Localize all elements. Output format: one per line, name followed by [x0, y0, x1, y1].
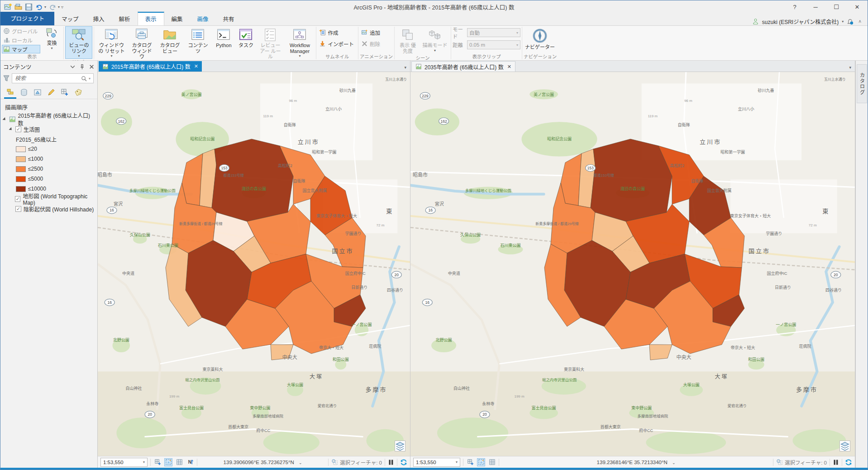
refresh-icon[interactable] [400, 459, 407, 466]
workflow-manager-button[interactable]: Workflow Manager▾ [285, 26, 315, 59]
legend-swatch[interactable] [16, 186, 26, 192]
ribbon-tab-3[interactable]: 解析 [112, 13, 138, 25]
extent-indicator-icon[interactable] [477, 458, 485, 466]
overview-button[interactable] [395, 441, 405, 451]
redo-icon[interactable] [49, 3, 57, 11]
north-arrow-icon[interactable]: N [186, 458, 194, 466]
remove-animation-button[interactable]: 削除 [360, 39, 383, 48]
scale-select[interactable]: 1:53,550▾ [100, 458, 148, 467]
map-node[interactable]: 2015年高齢者 (65歳以上人口) 数 [2, 114, 95, 124]
group-layer-checkbox[interactable]: ✓ [15, 126, 21, 132]
tab-drawing-order[interactable] [4, 87, 16, 99]
python-button[interactable]: Python [212, 26, 235, 49]
redo-dropdown[interactable]: ▾ [58, 5, 60, 9]
maximize-button[interactable]: ☐ [826, 0, 847, 13]
coordinates-right[interactable]: 139.2368146°E 35.7213340°N⌄ [502, 460, 770, 465]
collapse-ribbon-icon[interactable]: ˄ [857, 19, 863, 24]
close-button[interactable]: ✕ [847, 0, 868, 13]
create-thumbnail-button[interactable]: 作成 [318, 28, 357, 37]
close-view-icon[interactable]: ✕ [506, 64, 511, 70]
extent-indicator-icon[interactable] [164, 458, 172, 466]
pause-drawing-icon[interactable] [833, 459, 839, 465]
display-priority-button[interactable]: 表示 優先度 [396, 26, 420, 55]
grid-icon[interactable] [175, 458, 183, 466]
map-view-button[interactable]: マップ [2, 45, 40, 53]
legend-swatch[interactable] [16, 146, 26, 152]
ribbon-tab-6[interactable]: 画像 [190, 13, 216, 25]
new-extent-icon[interactable] [153, 458, 162, 466]
search-dropdown[interactable]: ▾ [89, 77, 91, 81]
help-button[interactable]: ? [784, 0, 805, 13]
legend-swatch[interactable] [16, 176, 26, 182]
svg-text:久保山公園: 久保山公園 [460, 232, 481, 237]
add-animation-button[interactable]: 追加 [360, 28, 383, 37]
pane-menu-icon[interactable] [70, 64, 76, 70]
minimize-button[interactable]: ─ [805, 0, 826, 13]
overview-button[interactable] [839, 441, 850, 451]
basemap-layer-0[interactable]: ✓地形図 (World Topographic Map) [2, 194, 95, 204]
customize-qat-icon[interactable]: ▿ [61, 5, 63, 10]
ribbon-group-scene: 表示 優先度 描画モード▾ シーン [395, 26, 451, 60]
user-dropdown[interactable]: ▾ [842, 19, 844, 24]
view-tab-2015[interactable]: 2015年高齢者 (65歳以上人口) 数 ✕ [99, 61, 202, 72]
tab-labeling[interactable] [58, 87, 71, 99]
pane-pin-icon[interactable] [79, 64, 85, 70]
import-button[interactable]: インポート [318, 39, 357, 48]
ribbon-tab-7[interactable]: 共有 [216, 13, 242, 25]
catalog-window-button[interactable]: カタログ ウィンドウ [128, 26, 155, 61]
legend-swatch[interactable] [16, 156, 26, 162]
user-name[interactable]: suzuki (ESRIジャパン株式会社) [762, 18, 839, 25]
navigator-button[interactable]: ナビゲーター [524, 26, 556, 51]
clip-mode-select[interactable]: 自動▾ [467, 28, 520, 37]
new-project-icon[interactable] [4, 3, 12, 11]
tab-list-dropdown[interactable]: ▾ [845, 65, 855, 72]
convert-button[interactable]: 変換▾ [41, 26, 62, 52]
save-project-icon[interactable] [25, 3, 33, 11]
link-views-button[interactable]: ビューの リンク▾ [65, 26, 92, 59]
new-extent-icon[interactable] [466, 458, 474, 466]
layer-checkbox[interactable]: ✓ [15, 196, 20, 202]
legend-swatch[interactable] [16, 166, 26, 172]
tab-editing[interactable] [45, 87, 57, 99]
ribbon-tab-0[interactable]: プロジェクト [0, 12, 54, 25]
scale-select[interactable]: 1:53,550▾ [413, 458, 460, 467]
basemap-layer-1[interactable]: ✓陰影起伏図 (World Hillshade) [2, 204, 95, 214]
pane-close-icon[interactable] [89, 64, 95, 70]
reset-windows-button[interactable]: ウィンドウの リセット▾ [95, 26, 127, 59]
view-tab-strip-right: 2035年高齢者 (65歳以上人口) 数 ✕ ▾ [410, 61, 855, 72]
ribbon-tab-4[interactable]: 表示 [138, 12, 164, 25]
tab-list-dropdown[interactable]: ▾ [401, 65, 410, 72]
global-button[interactable]: グローバル [2, 27, 40, 35]
undo-icon[interactable] [35, 3, 43, 11]
contents-button[interactable]: コンテンツ [184, 26, 211, 55]
ribbon-tab-1[interactable]: マップ [54, 13, 86, 25]
filter-icon[interactable] [3, 75, 10, 82]
tab-snapping[interactable] [72, 87, 84, 99]
ribbon-tab-5[interactable]: 編集 [164, 13, 190, 25]
pause-drawing-icon[interactable] [388, 459, 394, 465]
catalog-view-button[interactable]: カタログ ビュー [156, 26, 183, 55]
undo-dropdown[interactable]: ▾ [44, 5, 46, 9]
local-button[interactable]: ローカル [2, 36, 40, 44]
search-input[interactable] [15, 75, 81, 82]
close-view-icon[interactable]: ✕ [193, 63, 198, 69]
search-icon[interactable] [81, 76, 87, 82]
open-project-icon[interactable] [14, 3, 22, 11]
coordinates-left[interactable]: 139.3906096°E 35.7236275°N⌄ [200, 460, 325, 465]
contents-search[interactable]: ▾ [12, 73, 94, 83]
reviewer-rules-button[interactable]: レビューアー ルール [257, 26, 284, 61]
tasks-button[interactable]: タスク [236, 26, 256, 49]
view-tab-2035[interactable]: 2035年高齢者 (65歳以上人口) 数 ✕ [411, 61, 515, 72]
tab-selection[interactable] [31, 87, 43, 99]
grid-icon[interactable] [488, 458, 496, 466]
draw-mode-button[interactable]: 描画モード▾ [420, 26, 449, 53]
layer-checkbox[interactable]: ✓ [15, 206, 21, 212]
notifications-icon[interactable] [847, 18, 854, 25]
refresh-icon[interactable] [845, 459, 852, 466]
tab-data-source[interactable] [18, 87, 30, 99]
catalog-docked-tab[interactable]: カタログ [857, 64, 867, 103]
map-canvas-2015[interactable]: 玉川上水通り砂川九番美ノ宮公園立川八小96 m119 m自衛隊昭和記念公園立川市… [98, 72, 410, 456]
clip-distance-select[interactable]: 0.05 m▾ [467, 40, 520, 49]
ribbon-tab-2[interactable]: 挿入 [86, 13, 112, 25]
map-canvas-2035[interactable]: 玉川上水通り砂川九番美ノ宮公園立川八小96 m119 m自衛隊昭和記念公園立川市… [410, 72, 855, 456]
